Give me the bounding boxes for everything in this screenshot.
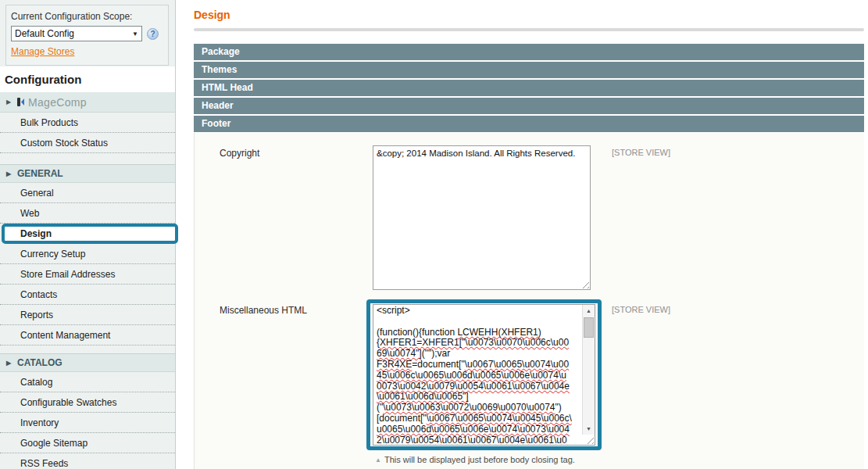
code-line: {XHFER1=XHFER1["\u0073\u0070\u006c\u00 xyxy=(377,338,580,349)
help-icon[interactable]: ? xyxy=(147,28,159,40)
collapse-arrow-icon: ▶ xyxy=(0,360,17,367)
code-line: \u0061\u006d\u0065"] xyxy=(377,392,580,403)
sidebar-item-design-active[interactable]: Design xyxy=(2,224,178,244)
sidebar-item-rss-feeds[interactable]: RSS Feeds xyxy=(0,453,175,469)
misc-html-code: <script> (function(){function LCWEHH(XHF… xyxy=(373,305,583,445)
misc-html-scope-badge: [STORE VIEW] xyxy=(612,305,670,314)
copyright-textarea[interactable]: &copy; 2014 Madison Island. All Rights R… xyxy=(373,145,591,290)
copyright-label: Copyright xyxy=(220,148,259,159)
collapse-arrow-icon: ▶ xyxy=(0,98,17,106)
code-line: (function(){function LCWEHH(XHFER1) xyxy=(377,328,580,338)
nav-gap xyxy=(0,153,175,164)
magecomp-logo-icon xyxy=(17,98,24,107)
nav-gap xyxy=(0,345,175,353)
code-line: 0073\u0042\u0079\u0054\u0061\u0067\u004e xyxy=(377,381,580,392)
scope-panel: Current Configuration Scope: Default Con… xyxy=(5,5,169,66)
sidebar-item-bulk-products[interactable]: Bulk Products xyxy=(0,113,175,133)
chevron-down-icon: ▼ xyxy=(132,30,138,38)
config-nav: ▶ MageComp Bulk Products Custom Stock St… xyxy=(0,92,175,469)
code-line: [document["\u0067\u0065\u0074\u0045\u006… xyxy=(377,414,580,424)
scrollbar-thumb[interactable] xyxy=(584,317,594,338)
sidebar-header: Configuration xyxy=(0,66,175,93)
page-title: Design xyxy=(194,9,230,21)
sidebar-item-custom-stock-status[interactable]: Custom Stock Status xyxy=(0,133,175,153)
sidebar-section-label: MageComp xyxy=(28,96,87,109)
scroll-down-icon[interactable]: ▼ xyxy=(583,424,595,434)
note-pointer-icon: ▲ xyxy=(375,456,381,464)
section-header-header[interactable]: Header xyxy=(194,98,864,114)
scrollbar[interactable]: ▲ ▼ xyxy=(582,305,595,435)
sidebar-item-contacts[interactable]: Contacts xyxy=(0,285,175,305)
sidebar-title: Configuration xyxy=(0,73,81,86)
misc-html-note: ▲ This will be displayed just before bod… xyxy=(375,455,575,464)
sidebar-item-inventory[interactable]: Inventory xyxy=(0,413,175,433)
code-line: ("\u0073\u0063\u0072\u0069\u0070\u0074") xyxy=(377,403,580,414)
sidebar-item-web[interactable]: Web xyxy=(0,203,175,224)
sidebar-item-catalog[interactable]: Catalog xyxy=(0,372,175,392)
section-header-html-head[interactable]: HTML Head xyxy=(194,80,864,96)
code-line: F3R4XE=document["\u0067\u0065\u0074\u00 xyxy=(377,360,580,371)
scope-select[interactable]: Default Config ▼ xyxy=(11,26,142,41)
sidebar-item-content-management[interactable]: Content Management xyxy=(0,325,175,345)
code-line: 45\u006c\u0065\u006d\u0065\u006e\u0074\u xyxy=(377,371,580,381)
misc-html-note-text: This will be displayed just before body … xyxy=(384,455,575,464)
section-header-themes[interactable]: Themes xyxy=(194,62,864,78)
code-line xyxy=(377,317,580,328)
section-header-footer[interactable]: Footer xyxy=(194,116,864,132)
sidebar-item-google-sitemap[interactable]: Google Sitemap xyxy=(0,433,175,453)
resize-grip[interactable] xyxy=(584,435,594,444)
sidebar-item-general[interactable]: General xyxy=(0,183,175,203)
code-line: u0065\u006d\u0065\u006e\u0074\u0073\u004 xyxy=(377,424,580,435)
code-line: <script> xyxy=(377,306,580,317)
title-divider xyxy=(194,28,864,31)
section-header-package[interactable]: Package xyxy=(194,44,864,60)
collapse-arrow-icon: ▶ xyxy=(0,170,17,177)
sidebar-section-label: GENERAL xyxy=(17,168,63,179)
copyright-scope-badge: [STORE VIEW] xyxy=(612,148,670,157)
manage-stores-link[interactable]: Manage Stores xyxy=(11,46,74,57)
code-line: 69\u0074"]("");var xyxy=(377,349,580,360)
sidebar-item-currency-setup[interactable]: Currency Setup xyxy=(0,244,175,264)
misc-html-label: Miscellaneous HTML xyxy=(220,305,307,316)
sidebar-item-store-email-addresses[interactable]: Store Email Addresses xyxy=(0,264,175,285)
scroll-up-icon[interactable]: ▲ xyxy=(583,306,595,316)
code-line: 2\u0079\u0054\u0061\u0067\u004e\u0061\u0 xyxy=(377,435,580,445)
sidebar-section-general[interactable]: ▶ GENERAL xyxy=(0,164,175,183)
scope-select-value: Default Config xyxy=(15,28,132,39)
sidebar-section-label: CATALOG xyxy=(17,357,63,368)
scope-label: Current Configuration Scope: xyxy=(11,11,163,22)
sidebar-section-magecomp[interactable]: ▶ MageComp xyxy=(0,92,175,113)
misc-html-textarea[interactable]: <script> (function(){function LCWEHH(XHF… xyxy=(373,304,595,446)
sidebar-item-reports[interactable]: Reports xyxy=(0,305,175,325)
config-sidebar: Current Configuration Scope: Default Con… xyxy=(0,0,176,469)
sidebar-section-catalog[interactable]: ▶ CATALOG xyxy=(0,353,175,372)
sidebar-item-configurable-swatches[interactable]: Configurable Swatches xyxy=(0,392,175,413)
